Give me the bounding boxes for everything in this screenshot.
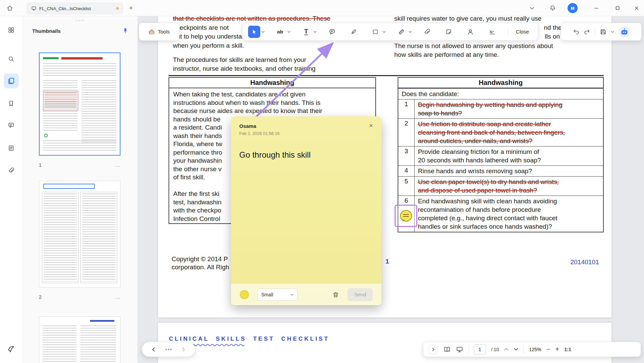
handwashing-table-right: Handwashing Does the candidate: 1Begin h…: [398, 77, 604, 232]
copyright-text: Copyright © 2014 P corporation. All Righ: [172, 255, 229, 271]
note-content-text[interactable]: Go through this skill: [239, 150, 371, 160]
collapse-bar-button[interactable]: [428, 344, 438, 355]
comment-bubble-icon: [329, 28, 336, 35]
page-number-input[interactable]: [474, 344, 486, 355]
comment-icon: [8, 122, 15, 129]
measure-tool-chevron-icon[interactable]: [408, 31, 412, 33]
note-send-button[interactable]: Send: [348, 288, 373, 301]
text-markup-tool-button[interactable]: ab: [274, 26, 286, 38]
bookmarks-button[interactable]: [4, 97, 18, 110]
document-canvas: that the checklists are not written as p…: [138, 16, 644, 363]
pdf-editor-app: FL_CNA_Clin...lsChecklist + M: [0, 0, 644, 363]
save-icon[interactable]: [600, 28, 606, 35]
right-table-title: Handwashing: [398, 78, 603, 88]
shape-tool-button[interactable]: [369, 26, 381, 38]
left-icon-strip: [0, 16, 23, 363]
save-chevron-icon[interactable]: [611, 31, 614, 33]
user-avatar[interactable]: M: [568, 3, 578, 13]
row-4-text: Rinse hands and wrists removing soap?: [415, 166, 603, 176]
select-tool-button[interactable]: [248, 26, 260, 38]
book-view-icon[interactable]: [443, 346, 451, 353]
markup-tool-chevron-icon[interactable]: [287, 31, 291, 33]
pdf-page-1[interactable]: that the checklists are not written as p…: [158, 16, 612, 317]
actual-size-button[interactable]: 1:1: [564, 347, 571, 352]
presentation-icon[interactable]: [456, 346, 463, 353]
page-down-icon[interactable]: [514, 348, 518, 351]
redo-icon[interactable]: [584, 28, 591, 35]
prev-page-arrow-icon[interactable]: [151, 347, 156, 352]
tools-pill: Tools: [139, 23, 179, 41]
thumbnail-2-label-row: 2 ...: [39, 294, 120, 300]
doc-top-right-line1: skill requires water to give care, you m…: [394, 16, 541, 23]
row-6-text: End handwashing skill with clean hands a…: [415, 196, 603, 232]
document-tab[interactable]: FL_CNA_Clin...lsChecklist: [27, 3, 123, 14]
note-size-select[interactable]: Small: [258, 289, 297, 301]
pdfelement-logo-icon: [7, 345, 15, 353]
person-icon: [467, 28, 474, 35]
note-color-swatch[interactable]: [240, 290, 249, 299]
table-row: 6End handwashing skill with clean hands …: [398, 196, 603, 232]
note-annotation-marker[interactable]: [395, 205, 417, 227]
text-tool-chevron-icon[interactable]: [313, 31, 317, 33]
thumbnails-panel: Thumbnails 1 ... 2 ...: [23, 16, 138, 363]
pen-tool-button[interactable]: [348, 26, 360, 38]
page2-title: CLINICAL SKILLS TEST CHECKLIST: [169, 336, 329, 342]
thumbnail-1-label-row: 1 ...: [39, 162, 120, 168]
measure-tool-button[interactable]: [395, 26, 407, 38]
nav-more-icon[interactable]: [165, 349, 172, 350]
zoom-in-button[interactable]: +: [555, 345, 559, 353]
apps-grid-button[interactable]: [4, 23, 18, 37]
size-select-chevron-icon: [290, 294, 294, 296]
shape-tool-chevron-icon[interactable]: [382, 31, 386, 33]
thumbnail-page-3[interactable]: [39, 316, 120, 363]
doc-top-right-fragment2: lls on: [545, 32, 560, 41]
signature-tool-button[interactable]: [486, 26, 498, 38]
note-size-value: Small: [261, 292, 290, 297]
tools-button[interactable]: Tools: [158, 29, 170, 35]
zoom-level-label[interactable]: 125%: [529, 347, 541, 352]
select-tool-chevron-icon[interactable]: [261, 31, 265, 33]
close-window-button[interactable]: [631, 2, 642, 14]
sticker-tool-button[interactable]: [443, 26, 455, 38]
panel-drag-handle[interactable]: [76, 19, 84, 22]
stamp-tool-button[interactable]: [464, 26, 476, 38]
notifications-button[interactable]: [547, 2, 558, 14]
page-2-more-button[interactable]: ...: [115, 294, 120, 300]
titlebar-expand-button[interactable]: [526, 2, 538, 14]
undo-icon[interactable]: [573, 28, 579, 35]
minimize-button[interactable]: [591, 2, 602, 14]
rectangle-icon: [372, 29, 378, 35]
search-button[interactable]: [4, 52, 18, 66]
note-close-button[interactable]: ×: [367, 121, 375, 130]
comments-button[interactable]: [4, 118, 18, 132]
document-list-icon: [8, 145, 15, 152]
fields-button[interactable]: [4, 141, 18, 155]
bell-icon: [549, 5, 556, 12]
attachments-button[interactable]: [4, 164, 18, 177]
home-button[interactable]: [4, 2, 16, 14]
chevron-down-icon: [530, 6, 534, 10]
cursor-icon: [251, 29, 257, 35]
zoom-out-button[interactable]: −: [546, 345, 550, 353]
paperclip-icon: [424, 28, 430, 35]
doc-top-left-line4: when you perform a skill.: [173, 41, 244, 50]
panel-title: Thumbnails: [32, 28, 122, 34]
app-logo: [4, 342, 18, 356]
thumbnail-page-1[interactable]: [39, 52, 120, 156]
maximize-button[interactable]: [612, 2, 623, 14]
titlebar: FL_CNA_Clin...lsChecklist + M: [0, 0, 644, 16]
next-page-arrow-icon[interactable]: [181, 347, 186, 352]
attach-file-tool-button[interactable]: [421, 26, 433, 38]
thumbnail-page-2[interactable]: [39, 181, 120, 288]
page-1-more-button[interactable]: ...: [115, 162, 120, 168]
pin-icon[interactable]: [122, 28, 128, 34]
new-tab-button[interactable]: +: [126, 3, 136, 13]
ai-assistant-button[interactable]: [619, 26, 630, 38]
delete-note-icon[interactable]: [332, 291, 339, 298]
bookmark-icon: [8, 100, 15, 107]
close-toolbar-button[interactable]: Close: [513, 27, 532, 37]
thumbnails-panel-button[interactable]: [4, 73, 19, 88]
page-up-icon[interactable]: [504, 348, 509, 351]
text-tool-button[interactable]: T: [300, 26, 312, 38]
sticky-note-tool-button[interactable]: [326, 26, 338, 38]
